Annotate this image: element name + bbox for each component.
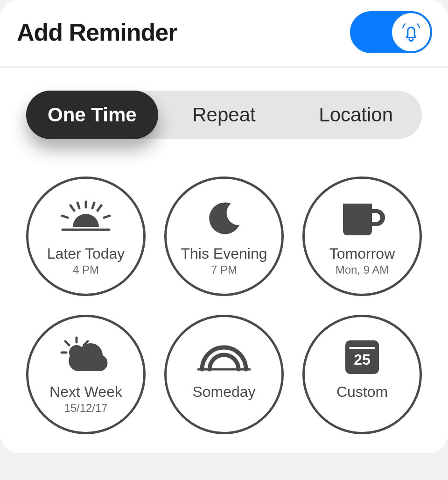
calendar-icon: 25 (343, 335, 382, 380)
option-this-evening[interactable]: This Evening 7 PM (164, 176, 284, 296)
svg-line-3 (98, 205, 101, 211)
svg-line-9 (65, 341, 69, 345)
option-this-evening-label: This Evening (181, 245, 267, 262)
tab-one-time-label: One Time (48, 104, 137, 126)
calendar-day-text: 25 (354, 351, 371, 368)
tab-repeat[interactable]: Repeat (158, 91, 290, 139)
tab-location[interactable]: Location (290, 91, 422, 139)
time-options-grid: Later Today 4 PM This Evening 7 PM T (0, 139, 448, 434)
alert-toggle[interactable] (350, 11, 431, 53)
option-next-week-label: Next Week (49, 383, 122, 401)
svg-line-7 (92, 203, 94, 208)
bell-icon (399, 20, 423, 44)
option-tomorrow-label: Tomorrow (329, 245, 395, 262)
mug-icon (336, 197, 388, 241)
option-next-week[interactable]: Next Week 15/12/17 (26, 315, 146, 434)
option-someday-label: Someday (192, 383, 255, 401)
rainbow-icon (194, 335, 254, 380)
page-title: Add Reminder (17, 18, 177, 46)
option-later-today-sub: 4 PM (73, 263, 99, 276)
option-custom[interactable]: 25 Custom (302, 315, 422, 434)
option-someday[interactable]: Someday (164, 315, 284, 434)
svg-line-5 (104, 216, 110, 218)
option-this-evening-sub: 7 PM (211, 263, 237, 276)
svg-line-6 (77, 203, 79, 208)
svg-line-4 (62, 216, 68, 218)
sunrise-icon (56, 197, 116, 241)
mode-tabs: One Time Repeat Location (0, 68, 448, 139)
option-tomorrow-sub: Mon, 9 AM (336, 263, 389, 276)
option-tomorrow[interactable]: Tomorrow Mon, 9 AM (302, 176, 422, 296)
header: Add Reminder (0, 0, 448, 68)
option-next-week-sub: 15/12/17 (64, 402, 107, 415)
option-later-today-label: Later Today (47, 245, 125, 262)
svg-line-2 (70, 205, 74, 211)
tab-one-time[interactable]: One Time (26, 91, 158, 139)
segmented-control: One Time Repeat Location (26, 91, 422, 139)
moon-icon (203, 197, 245, 241)
tab-location-label: Location (319, 104, 393, 126)
tab-repeat-label: Repeat (192, 104, 255, 126)
add-reminder-card: Add Reminder One Time Repeat Loca (0, 0, 448, 453)
alert-toggle-knob (390, 11, 432, 53)
option-later-today[interactable]: Later Today 4 PM (26, 176, 146, 296)
sun-cloud-icon (58, 335, 114, 380)
option-custom-label: Custom (336, 383, 388, 401)
